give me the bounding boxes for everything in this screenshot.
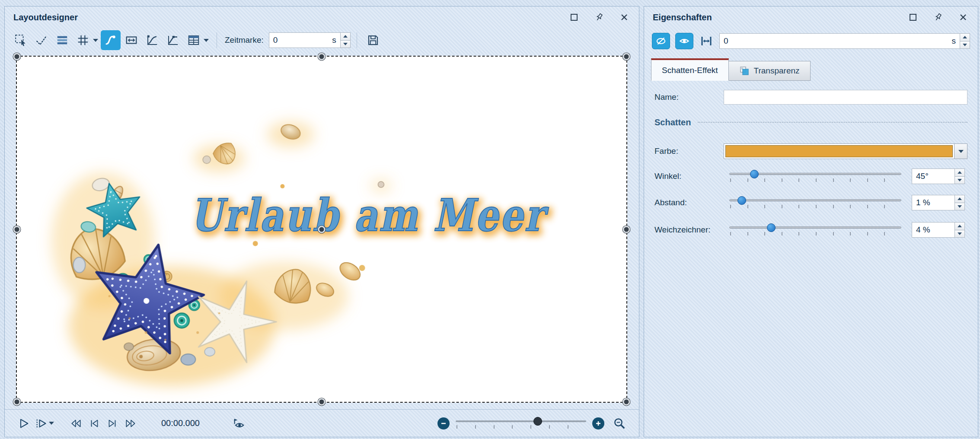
abstand-value-input[interactable] bbox=[916, 198, 951, 207]
weichzeichner-slider[interactable] bbox=[729, 222, 901, 238]
save-button[interactable] bbox=[363, 30, 383, 50]
abstand-slider-thumb[interactable] bbox=[737, 196, 746, 205]
skip-end-button[interactable] bbox=[121, 415, 140, 432]
name-input[interactable] bbox=[724, 90, 967, 105]
spin-down-icon bbox=[963, 44, 967, 46]
winkel-spin-up[interactable] bbox=[955, 169, 964, 176]
zoom-out-button[interactable] bbox=[437, 417, 450, 429]
position-button[interactable] bbox=[121, 30, 141, 50]
zeitmarke-label: Zeitmarke: bbox=[225, 35, 264, 45]
next-frame-icon bbox=[106, 417, 118, 429]
selection-handle-middle-left[interactable] bbox=[13, 226, 21, 233]
zeitmarke-spin-up[interactable] bbox=[341, 33, 350, 40]
transport-bar: 00:00.000 bbox=[5, 409, 639, 437]
tab-schatten-effekt[interactable]: Schatten-Effekt bbox=[651, 58, 729, 81]
selection-handle-top-right[interactable] bbox=[623, 53, 630, 60]
weichzeichner-label: Weichzeichner: bbox=[654, 225, 724, 235]
layers-icon bbox=[56, 34, 69, 47]
curve-tool-button[interactable] bbox=[101, 30, 121, 50]
maximize-icon bbox=[909, 13, 917, 22]
grid-button[interactable] bbox=[73, 30, 93, 50]
color-swatch[interactable] bbox=[725, 145, 953, 157]
close-button[interactable] bbox=[618, 11, 630, 23]
curve-linear-button[interactable] bbox=[163, 30, 183, 50]
show-timemarks-button[interactable] bbox=[230, 415, 248, 432]
save-icon bbox=[367, 34, 380, 47]
snap-tool-button[interactable] bbox=[32, 30, 51, 50]
tab-transparenz-label: Transparenz bbox=[754, 66, 800, 76]
farbe-row: Farbe: bbox=[654, 143, 967, 159]
farbe-dropdown-button[interactable] bbox=[954, 144, 967, 159]
winkel-slider[interactable] bbox=[729, 168, 901, 185]
selection-handle-bottom-middle[interactable] bbox=[318, 398, 326, 406]
selection-handle-center[interactable] bbox=[318, 226, 326, 233]
selection-handle-bottom-left[interactable] bbox=[13, 398, 21, 406]
abstand-spin-up[interactable] bbox=[955, 195, 964, 203]
zoom-in-button[interactable] bbox=[592, 417, 604, 429]
zoom-slider[interactable] bbox=[456, 415, 586, 432]
layout-canvas[interactable]: Urlaub am Meer Urlaub am Meer bbox=[16, 56, 627, 403]
show-timemarks-eye-icon bbox=[233, 417, 246, 430]
prev-frame-button[interactable] bbox=[85, 415, 103, 432]
play-from-icon bbox=[35, 417, 47, 429]
duration-icon bbox=[700, 35, 713, 48]
tab-transparenz[interactable]: Transparenz bbox=[729, 61, 811, 81]
slider-ticks bbox=[730, 178, 901, 182]
zeitmarke-input[interactable] bbox=[273, 35, 329, 45]
pin-button[interactable] bbox=[593, 11, 605, 23]
abstand-slider[interactable] bbox=[729, 194, 901, 211]
layoutdesigner-titlebar: Layoutdesigner bbox=[5, 6, 639, 28]
select-tool-button[interactable] bbox=[11, 30, 31, 50]
pin-icon bbox=[594, 13, 604, 22]
effect-preview-toggle[interactable] bbox=[652, 33, 670, 49]
play-icon bbox=[18, 417, 30, 429]
farbe-combobox[interactable] bbox=[724, 143, 967, 159]
maximize-button[interactable] bbox=[907, 11, 919, 23]
duration-button[interactable] bbox=[699, 33, 714, 49]
weichzeichner-slider-thumb[interactable] bbox=[767, 223, 776, 232]
effect-time-spin-down[interactable] bbox=[960, 41, 970, 49]
selection-handle-top-middle[interactable] bbox=[318, 53, 326, 60]
effect-time-input[interactable] bbox=[724, 36, 948, 46]
curve-smooth-button[interactable] bbox=[142, 30, 162, 50]
snap-tool-icon bbox=[35, 34, 48, 47]
table-dropdown-caret[interactable] bbox=[204, 39, 209, 42]
weichzeichner-spin-up[interactable] bbox=[955, 223, 964, 230]
zeitmarke-spin-down[interactable] bbox=[341, 40, 350, 48]
weichzeichner-spin-down[interactable] bbox=[955, 230, 964, 238]
play-button[interactable] bbox=[15, 415, 32, 432]
pin-button[interactable] bbox=[932, 11, 944, 23]
zeitmarke-field: s bbox=[269, 32, 351, 48]
eigenschaften-titlebar: Eigenschaften bbox=[644, 6, 978, 28]
close-icon bbox=[959, 13, 967, 22]
effect-time-spin-up[interactable] bbox=[960, 34, 970, 41]
play-from-button[interactable] bbox=[32, 415, 50, 432]
weichzeichner-row: Weichzeichner: bbox=[654, 222, 967, 238]
maximize-button[interactable] bbox=[568, 11, 580, 23]
effect-time-field: s bbox=[719, 33, 970, 49]
selection-handle-middle-right[interactable] bbox=[623, 226, 630, 233]
winkel-spin-down[interactable] bbox=[955, 176, 964, 184]
name-row: Name: bbox=[654, 89, 967, 105]
zoom-slider-thumb[interactable] bbox=[533, 417, 542, 426]
skip-start-button[interactable] bbox=[67, 415, 85, 432]
chevron-down-icon bbox=[958, 150, 964, 153]
abstand-spin-down[interactable] bbox=[955, 203, 964, 210]
close-button[interactable] bbox=[957, 11, 969, 23]
weichzeichner-value-input[interactable] bbox=[916, 225, 951, 235]
grid-dropdown-caret[interactable] bbox=[93, 39, 98, 42]
winkel-value-input[interactable] bbox=[916, 172, 951, 181]
winkel-label: Winkel: bbox=[654, 172, 724, 181]
winkel-slider-thumb[interactable] bbox=[750, 170, 759, 178]
selection-handle-bottom-right[interactable] bbox=[623, 398, 630, 406]
maximize-icon bbox=[570, 13, 578, 22]
selection-handle-top-left[interactable] bbox=[13, 53, 21, 60]
table-button[interactable] bbox=[184, 30, 204, 50]
zoom-fit-button[interactable] bbox=[610, 415, 629, 432]
abstand-row: Abstand: bbox=[654, 194, 967, 211]
artwork-headline: Urlaub am Meer bbox=[190, 189, 549, 241]
next-frame-button[interactable] bbox=[103, 415, 121, 432]
visibility-toggle[interactable] bbox=[675, 33, 693, 49]
layers-button[interactable] bbox=[52, 30, 72, 50]
play-from-dropdown-caret[interactable] bbox=[49, 422, 54, 425]
